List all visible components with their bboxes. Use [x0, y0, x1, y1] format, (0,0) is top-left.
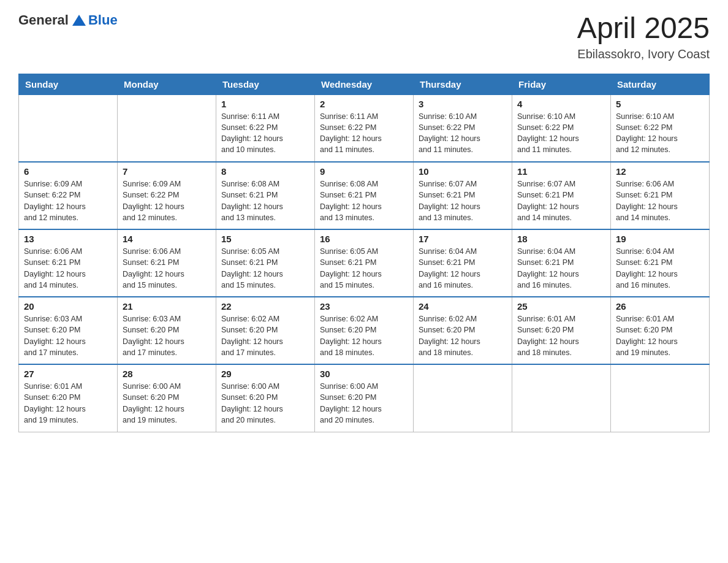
- calendar-week-row: 27Sunrise: 6:01 AM Sunset: 6:20 PM Dayli…: [19, 364, 710, 432]
- calendar-cell: 5Sunrise: 6:10 AM Sunset: 6:22 PM Daylig…: [611, 94, 710, 162]
- day-info: Sunrise: 6:10 AM Sunset: 6:22 PM Dayligh…: [616, 111, 704, 156]
- day-number: 16: [320, 234, 408, 244]
- calendar-cell: 21Sunrise: 6:03 AM Sunset: 6:20 PM Dayli…: [118, 297, 216, 364]
- day-info: Sunrise: 6:05 AM Sunset: 6:21 PM Dayligh…: [221, 246, 309, 291]
- day-number: 19: [616, 234, 704, 244]
- day-number: 23: [320, 301, 408, 312]
- calendar-title: April 2025: [577, 12, 710, 45]
- calendar-header: SundayMondayTuesdayWednesdayThursdayFrid…: [19, 74, 710, 94]
- day-number: 10: [419, 166, 507, 177]
- calendar-week-row: 13Sunrise: 6:06 AM Sunset: 6:21 PM Dayli…: [19, 229, 710, 297]
- calendar-cell: [611, 364, 710, 432]
- calendar-cell: 16Sunrise: 6:05 AM Sunset: 6:21 PM Dayli…: [315, 229, 414, 297]
- calendar-cell: 9Sunrise: 6:08 AM Sunset: 6:21 PM Daylig…: [315, 162, 414, 229]
- logo: General Blue: [18, 12, 118, 28]
- day-info: Sunrise: 6:06 AM Sunset: 6:21 PM Dayligh…: [24, 246, 112, 291]
- calendar-cell: 10Sunrise: 6:07 AM Sunset: 6:21 PM Dayli…: [414, 162, 512, 229]
- calendar-cell: 11Sunrise: 6:07 AM Sunset: 6:21 PM Dayli…: [512, 162, 611, 229]
- calendar-cell: 13Sunrise: 6:06 AM Sunset: 6:21 PM Dayli…: [19, 229, 118, 297]
- calendar-cell: 2Sunrise: 6:11 AM Sunset: 6:22 PM Daylig…: [315, 94, 414, 162]
- day-number: 29: [221, 369, 309, 379]
- day-info: Sunrise: 6:10 AM Sunset: 6:22 PM Dayligh…: [517, 111, 605, 156]
- day-info: Sunrise: 6:07 AM Sunset: 6:21 PM Dayligh…: [419, 178, 507, 223]
- calendar-cell: [414, 364, 512, 432]
- day-info: Sunrise: 6:09 AM Sunset: 6:22 PM Dayligh…: [123, 178, 211, 223]
- calendar-cell: 12Sunrise: 6:06 AM Sunset: 6:21 PM Dayli…: [611, 162, 710, 229]
- calendar-cell: 1Sunrise: 6:11 AM Sunset: 6:22 PM Daylig…: [216, 94, 315, 162]
- calendar-cell: 28Sunrise: 6:00 AM Sunset: 6:20 PM Dayli…: [118, 364, 216, 432]
- column-header-tuesday: Tuesday: [216, 74, 315, 94]
- day-info: Sunrise: 6:06 AM Sunset: 6:21 PM Dayligh…: [616, 178, 704, 223]
- calendar-cell: 22Sunrise: 6:02 AM Sunset: 6:20 PM Dayli…: [216, 297, 315, 364]
- calendar-week-row: 1Sunrise: 6:11 AM Sunset: 6:22 PM Daylig…: [19, 94, 710, 162]
- day-info: Sunrise: 6:00 AM Sunset: 6:20 PM Dayligh…: [123, 381, 211, 426]
- day-number: 15: [221, 234, 309, 244]
- day-number: 11: [517, 166, 605, 177]
- day-number: 3: [419, 99, 507, 109]
- day-info: Sunrise: 6:10 AM Sunset: 6:22 PM Dayligh…: [419, 111, 507, 156]
- logo-text-blue: Blue: [88, 12, 118, 28]
- calendar-body: 1Sunrise: 6:11 AM Sunset: 6:22 PM Daylig…: [19, 94, 710, 432]
- calendar-cell: 27Sunrise: 6:01 AM Sunset: 6:20 PM Dayli…: [19, 364, 118, 432]
- day-number: 13: [24, 234, 112, 244]
- day-number: 28: [123, 369, 211, 379]
- calendar-subtitle: Ebilassokro, Ivory Coast: [577, 47, 710, 61]
- day-number: 18: [517, 234, 605, 244]
- calendar-cell: 7Sunrise: 6:09 AM Sunset: 6:22 PM Daylig…: [118, 162, 216, 229]
- calendar-cell: 8Sunrise: 6:08 AM Sunset: 6:21 PM Daylig…: [216, 162, 315, 229]
- day-number: 22: [221, 301, 309, 312]
- calendar-cell: 25Sunrise: 6:01 AM Sunset: 6:20 PM Dayli…: [512, 297, 611, 364]
- day-number: 8: [221, 166, 309, 177]
- day-info: Sunrise: 6:02 AM Sunset: 6:20 PM Dayligh…: [320, 313, 408, 358]
- calendar-week-row: 6Sunrise: 6:09 AM Sunset: 6:22 PM Daylig…: [19, 162, 710, 229]
- column-header-friday: Friday: [512, 74, 611, 94]
- day-number: 21: [123, 301, 211, 312]
- calendar-cell: 18Sunrise: 6:04 AM Sunset: 6:21 PM Dayli…: [512, 229, 611, 297]
- calendar-cell: 4Sunrise: 6:10 AM Sunset: 6:22 PM Daylig…: [512, 94, 611, 162]
- day-number: 7: [123, 166, 211, 177]
- day-number: 5: [616, 99, 704, 109]
- column-header-monday: Monday: [118, 74, 216, 94]
- day-info: Sunrise: 6:02 AM Sunset: 6:20 PM Dayligh…: [419, 313, 507, 358]
- day-info: Sunrise: 6:00 AM Sunset: 6:20 PM Dayligh…: [221, 381, 309, 426]
- logo-triangle-icon: [72, 15, 86, 26]
- day-number: 2: [320, 99, 408, 109]
- calendar-cell: 14Sunrise: 6:06 AM Sunset: 6:21 PM Dayli…: [118, 229, 216, 297]
- calendar-cell: 15Sunrise: 6:05 AM Sunset: 6:21 PM Dayli…: [216, 229, 315, 297]
- day-info: Sunrise: 6:03 AM Sunset: 6:20 PM Dayligh…: [123, 313, 211, 358]
- day-info: Sunrise: 6:08 AM Sunset: 6:21 PM Dayligh…: [221, 178, 309, 223]
- day-info: Sunrise: 6:04 AM Sunset: 6:21 PM Dayligh…: [616, 246, 704, 291]
- day-info: Sunrise: 6:07 AM Sunset: 6:21 PM Dayligh…: [517, 178, 605, 223]
- calendar-cell: 24Sunrise: 6:02 AM Sunset: 6:20 PM Dayli…: [414, 297, 512, 364]
- day-number: 27: [24, 369, 112, 379]
- calendar-cell: 30Sunrise: 6:00 AM Sunset: 6:20 PM Dayli…: [315, 364, 414, 432]
- day-info: Sunrise: 6:01 AM Sunset: 6:20 PM Dayligh…: [517, 313, 605, 358]
- calendar-cell: 17Sunrise: 6:04 AM Sunset: 6:21 PM Dayli…: [414, 229, 512, 297]
- day-number: 26: [616, 301, 704, 312]
- day-number: 24: [419, 301, 507, 312]
- calendar-cell: 3Sunrise: 6:10 AM Sunset: 6:22 PM Daylig…: [414, 94, 512, 162]
- calendar-cell: 23Sunrise: 6:02 AM Sunset: 6:20 PM Dayli…: [315, 297, 414, 364]
- day-number: 9: [320, 166, 408, 177]
- day-info: Sunrise: 6:04 AM Sunset: 6:21 PM Dayligh…: [517, 246, 605, 291]
- day-number: 6: [24, 166, 112, 177]
- calendar-table: SundayMondayTuesdayWednesdayThursdayFrid…: [18, 74, 710, 432]
- day-info: Sunrise: 6:09 AM Sunset: 6:22 PM Dayligh…: [24, 178, 112, 223]
- page-header: General Blue April 2025 Ebilassokro, Ivo…: [18, 12, 710, 61]
- header-row: SundayMondayTuesdayWednesdayThursdayFrid…: [19, 74, 710, 94]
- day-info: Sunrise: 6:00 AM Sunset: 6:20 PM Dayligh…: [320, 381, 408, 426]
- day-info: Sunrise: 6:04 AM Sunset: 6:21 PM Dayligh…: [419, 246, 507, 291]
- column-header-thursday: Thursday: [414, 74, 512, 94]
- calendar-week-row: 20Sunrise: 6:03 AM Sunset: 6:20 PM Dayli…: [19, 297, 710, 364]
- day-number: 17: [419, 234, 507, 244]
- calendar-cell: 19Sunrise: 6:04 AM Sunset: 6:21 PM Dayli…: [611, 229, 710, 297]
- calendar-cell: [512, 364, 611, 432]
- day-number: 1: [221, 99, 309, 109]
- calendar-cell: [19, 94, 118, 162]
- day-info: Sunrise: 6:08 AM Sunset: 6:21 PM Dayligh…: [320, 178, 408, 223]
- column-header-sunday: Sunday: [19, 74, 118, 94]
- title-section: April 2025 Ebilassokro, Ivory Coast: [577, 12, 710, 61]
- svg-marker-0: [72, 15, 86, 26]
- calendar-cell: 29Sunrise: 6:00 AM Sunset: 6:20 PM Dayli…: [216, 364, 315, 432]
- day-info: Sunrise: 6:02 AM Sunset: 6:20 PM Dayligh…: [221, 313, 309, 358]
